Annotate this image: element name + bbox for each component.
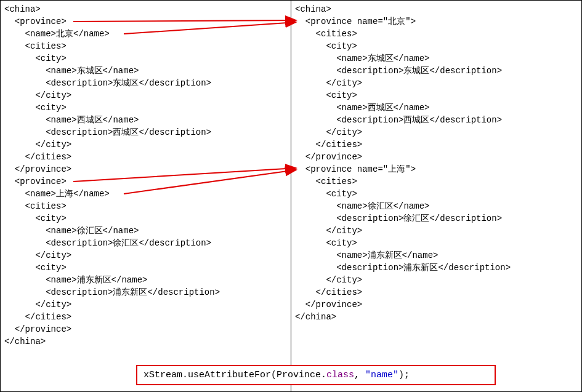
xml-line: </city> — [4, 249, 287, 262]
xml-line: </china> — [295, 311, 578, 323]
xml-line: <city> — [4, 102, 287, 114]
code-text: , — [354, 370, 365, 380]
xml-line: <province name="北京"> — [295, 15, 578, 28]
xml-line: </city> — [295, 126, 578, 138]
xml-line: <name>徐汇区</name> — [4, 225, 287, 237]
xml-line: </province> — [295, 151, 578, 163]
xml-line: </city> — [4, 138, 287, 151]
code-text: ); — [398, 370, 410, 380]
xml-line: <name>西城区</name> — [295, 102, 578, 114]
xml-line: <name>浦东新区</name> — [4, 274, 287, 286]
xml-line: <name>浦东新区</name> — [295, 249, 578, 262]
xml-line: </city> — [295, 77, 578, 89]
xml-line: <city> — [295, 188, 578, 200]
xml-line: <cities> — [4, 200, 287, 212]
xml-line: <city> — [4, 212, 287, 225]
xml-line: </cities> — [4, 151, 287, 163]
code-snippet-box: xStream.useAttributeFor(Province.class, … — [136, 365, 496, 385]
xml-line: </province> — [4, 163, 287, 175]
xml-line: </province> — [4, 323, 287, 335]
xml-line: <cities> — [295, 28, 578, 40]
xml-line: <name>上海</name> — [4, 188, 287, 200]
xml-line: </city> — [4, 89, 287, 102]
xml-line: <description>徐汇区</description> — [4, 237, 287, 249]
xml-line: <description>东城区</description> — [295, 65, 578, 77]
xml-line: </cities> — [295, 286, 578, 298]
xml-line: <china> — [295, 3, 578, 15]
xml-line: <cities> — [4, 40, 287, 52]
xml-line: </cities> — [295, 138, 578, 151]
diagram-container: <china> <province> <name>北京</name> <citi… — [0, 0, 582, 392]
xml-line: <description>西城区</description> — [295, 114, 578, 126]
xml-line: <province> — [4, 15, 287, 28]
code-string: "name" — [365, 370, 398, 380]
right-xml-pane: <china> <province name="北京"> <cities> <c… — [291, 1, 582, 391]
code-text: xStream.useAttributeFor(Province. — [143, 370, 326, 380]
xml-line: <description>浦东新区</description> — [4, 286, 287, 298]
xml-line: <name>东城区</name> — [4, 65, 287, 77]
xml-line: <name>东城区</name> — [295, 52, 578, 65]
left-xml-pane: <china> <province> <name>北京</name> <citi… — [1, 1, 291, 391]
xml-line: <china> — [4, 3, 287, 15]
xml-line: <province name="上海"> — [295, 163, 578, 175]
xml-line: </city> — [295, 225, 578, 237]
xml-line: </china> — [4, 335, 287, 348]
xml-line: </city> — [295, 274, 578, 286]
xml-line: <city> — [4, 52, 287, 65]
xml-line: <description>徐汇区</description> — [295, 212, 578, 225]
xml-line: <province> — [4, 175, 287, 188]
xml-line: </cities> — [4, 311, 287, 323]
xml-line: <city> — [295, 40, 578, 52]
xml-line: <cities> — [295, 175, 578, 188]
xml-line: <city> — [4, 262, 287, 274]
xml-line: </province> — [295, 298, 578, 311]
xml-line: <name>徐汇区</name> — [295, 200, 578, 212]
xml-line: <city> — [295, 89, 578, 102]
xml-line: </city> — [4, 298, 287, 311]
code-keyword-class: class — [326, 370, 354, 380]
xml-line: <name>西城区</name> — [4, 114, 287, 126]
xml-line: <city> — [295, 237, 578, 249]
xml-line: <name>北京</name> — [4, 28, 287, 40]
xml-line: <description>西城区</description> — [4, 126, 287, 138]
xml-line: <description>东城区</description> — [4, 77, 287, 89]
xml-line: <description>浦东新区</description> — [295, 262, 578, 274]
